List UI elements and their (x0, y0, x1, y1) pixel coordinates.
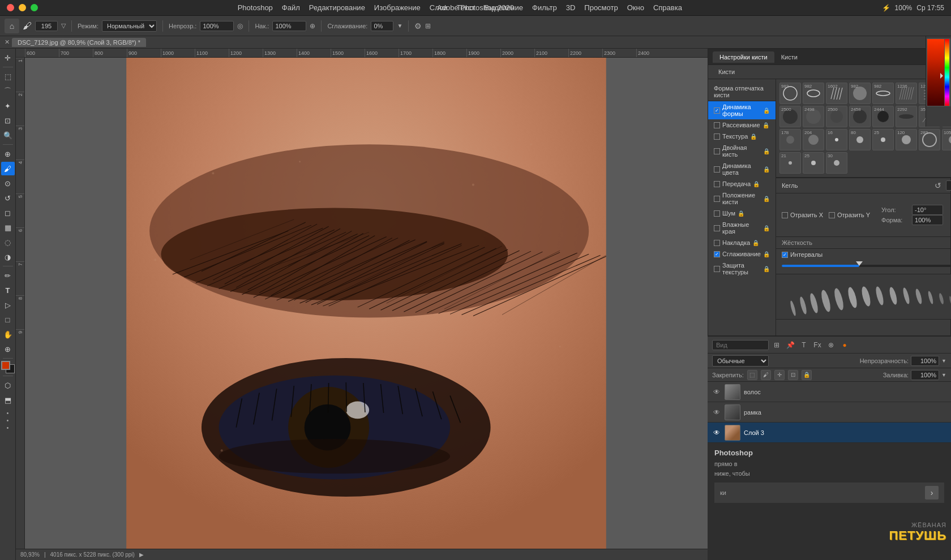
kisti-button[interactable]: Кисти (713, 67, 740, 76)
brush-preset[interactable]: 982 (872, 83, 894, 104)
brush-preset[interactable]: 1236 (896, 83, 917, 104)
lock-transparency-btn[interactable]: ⬚ (747, 370, 757, 380)
layers-channel-icon[interactable]: ⊗ (825, 339, 837, 351)
layers-pin-icon[interactable]: 📌 (785, 339, 796, 351)
home-button[interactable]: ⌂ (5, 19, 19, 33)
brush-preset[interactable]: 2444 (872, 106, 894, 127)
type-tool[interactable]: T (1, 283, 15, 297)
brush-preset[interactable]: 2458 (849, 106, 871, 127)
shape-tool[interactable]: □ (1, 313, 15, 326)
brush-preset[interactable]: 178 (779, 129, 801, 150)
path-select-tool[interactable]: ▷ (1, 298, 15, 312)
gradient-tool[interactable]: ▦ (1, 221, 15, 234)
menu-window[interactable]: Окно (627, 3, 644, 12)
brush-preset[interactable]: 982 (803, 83, 824, 104)
brush-preset[interactable]: 1602 (826, 83, 847, 104)
interval-slider[interactable] (782, 265, 951, 267)
checkbox-overlay[interactable] (714, 240, 720, 246)
opacity-input[interactable]: 100% (200, 21, 234, 31)
brush-preset[interactable]: 25 (803, 152, 824, 174)
brush-preset[interactable]: 120 (896, 129, 917, 150)
brush-list-item-color-dynamics[interactable]: Динамика цвета 🔒 (708, 160, 776, 178)
brush-preset[interactable]: 16 (826, 129, 847, 150)
menu-help[interactable]: Справка (653, 3, 682, 12)
checkbox-dual[interactable] (714, 148, 720, 154)
brush-preset[interactable]: 982 (779, 83, 801, 104)
brush-icon[interactable]: 🖌 (23, 21, 32, 31)
brush-tool[interactable]: 🖌 (1, 162, 15, 175)
close-btn[interactable] (7, 4, 14, 11)
layer-eye-волос[interactable]: 👁 (712, 388, 721, 396)
tab-brush-settings[interactable]: Настройки кисти (713, 51, 774, 63)
brush-preset[interactable]: 2500 (779, 106, 801, 127)
opacity-chevron[interactable]: ▼ (941, 358, 946, 364)
pen-tool[interactable]: ✏ (1, 269, 15, 282)
healing-tool[interactable]: ⊕ (1, 147, 15, 161)
brush-preset[interactable]: 21 (779, 152, 801, 174)
menu-image[interactable]: Изображение (374, 3, 421, 12)
opacity-value-input[interactable]: 100% (911, 356, 939, 366)
eyedropper-tool[interactable]: 🔍 (1, 128, 15, 142)
layer-eye-рамка[interactable]: 👁 (712, 408, 721, 416)
brush-size-display[interactable]: 195 (35, 21, 58, 31)
brush-list-item-overlay[interactable]: Накладка 🔒 (708, 237, 776, 248)
crop-tool[interactable]: ⊡ (1, 114, 15, 127)
checkbox-smooth[interactable] (714, 251, 720, 257)
marquee-tool[interactable]: ⬚ (1, 70, 15, 83)
menu-file[interactable]: Файл (282, 3, 300, 12)
pressure-input[interactable]: 100% (272, 21, 306, 31)
layers-search-input[interactable] (712, 340, 769, 350)
blur-tool[interactable]: ◌ (1, 235, 15, 249)
close-tab-x[interactable]: ✕ (5, 38, 10, 46)
brush-list-item-dual[interactable]: Двойная кисть 🔒 (708, 142, 776, 160)
checkbox-noise[interactable] (714, 210, 720, 217)
menu-edit[interactable]: Редактирование (309, 3, 365, 12)
status-arrow[interactable]: ▶ (139, 552, 144, 558)
document-tab[interactable]: DSC_7129.jpg @ 80,9% (Слой 3, RGB/8*) * (12, 38, 146, 47)
dodge-tool[interactable]: ◑ (1, 250, 15, 264)
extra-options-icon[interactable]: ⊞ (425, 22, 431, 30)
layers-color-icon[interactable]: ● (839, 339, 850, 351)
brush-list-item-pose[interactable]: Положение кисти 🔒 (708, 189, 776, 208)
menu-3d[interactable]: 3D (566, 3, 576, 12)
blend-mode-select[interactable]: Нормальный (102, 20, 157, 32)
brush-list-item-wet[interactable]: Влажные края 🔒 (708, 219, 776, 237)
checkbox-flip-x[interactable] (782, 212, 788, 218)
checkbox-scatter[interactable] (714, 122, 720, 128)
brush-list-item-texture[interactable]: Текстура 🔒 (708, 131, 776, 142)
zoom-tool[interactable]: ⊕ (1, 342, 15, 356)
brush-preset[interactable]: 2292 (896, 106, 917, 127)
kegel-value-input[interactable]: 195 пикс. (946, 180, 951, 191)
screen-mode-tool[interactable]: ⬒ (1, 393, 15, 407)
brush-preset[interactable]: 2498 (803, 106, 824, 127)
brush-options-icon[interactable]: ▽ (61, 22, 66, 29)
move-tool[interactable]: ✛ (1, 51, 15, 64)
hand-tool[interactable]: ✋ (1, 328, 15, 341)
brush-list-item-texture-protect[interactable]: Защита текстуры 🔒 (708, 260, 776, 278)
fill-value-input[interactable]: 100% (911, 370, 939, 380)
checkbox-flip-y[interactable] (829, 212, 835, 218)
brush-preset[interactable]: 982 (849, 83, 871, 104)
settings-icon[interactable]: ⚙ (414, 21, 422, 31)
checkbox-color-dynamics[interactable] (714, 166, 720, 173)
eraser-tool[interactable]: ◻ (1, 206, 15, 219)
fill-chevron[interactable]: ▼ (941, 372, 946, 378)
kegel-reset-btn[interactable]: ↺ (935, 181, 941, 190)
checkbox-pose[interactable] (714, 196, 720, 202)
clone-tool[interactable]: ⊙ (1, 176, 15, 190)
checkbox-dynamics[interactable] (714, 107, 720, 114)
layers-type-icon[interactable]: T (798, 339, 809, 351)
brush-list-item-scatter[interactable]: Рассеивание 🔒 (708, 119, 776, 131)
brush-preset[interactable]: 204 (803, 129, 824, 150)
brush-list-item-smooth[interactable]: Сглаживание 🔒 (708, 248, 776, 260)
menu-photoshop[interactable]: Photoshop (238, 3, 273, 12)
maximize-btn[interactable] (31, 4, 38, 11)
brush-preset[interactable]: 25 (872, 129, 894, 150)
checkbox-transfer[interactable] (714, 181, 720, 187)
lock-artboard-btn[interactable]: ⊡ (788, 370, 798, 380)
history-brush-tool[interactable]: ↺ (1, 191, 15, 205)
quick-select-tool[interactable]: ✦ (1, 99, 15, 113)
smooth-dropdown-icon[interactable]: ▼ (397, 23, 402, 29)
layer-eye-слой3[interactable]: 👁 (712, 429, 721, 437)
blend-mode-layers-select[interactable]: Обычные (712, 355, 769, 367)
